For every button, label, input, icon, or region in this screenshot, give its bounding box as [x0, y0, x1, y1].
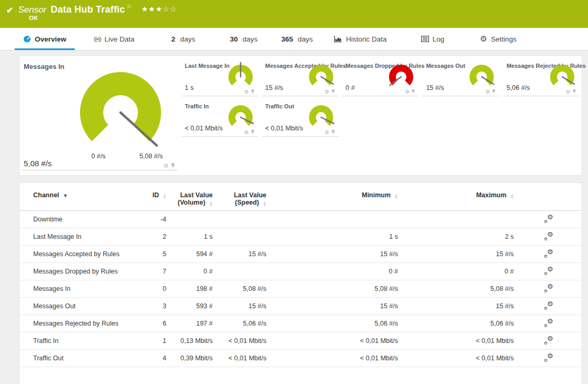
tab-days[interactable]: 30 days: [230, 28, 258, 50]
gauge-title: Messages Out: [426, 63, 465, 69]
gauge-settings-gear-icon[interactable]: ⚙: [485, 89, 490, 94]
small-gauges-grid: Last Message In 1 s ⚙ Messages Accepted …: [180, 56, 582, 175]
cell-id: 1: [147, 332, 166, 350]
gauge-settings-gear-icon[interactable]: ⚙: [244, 130, 249, 135]
column-header-last-value[interactable]: Last Value(Volume) ▲▼: [166, 183, 213, 211]
live-data-icon: ((•)): [94, 36, 101, 42]
channel-settings-gears-icon[interactable]: ⚙⚙: [544, 249, 553, 258]
tab-label: days: [180, 35, 195, 43]
table-row-messages-accepted-by-rules[interactable]: Messages Accepted by Rules 5 594 # 15 #/…: [19, 246, 582, 263]
gauge-icon: [23, 35, 31, 43]
gauge-pin-icon[interactable]: [492, 89, 496, 94]
gauge-pin-icon[interactable]: [411, 89, 415, 94]
table-row-messages-in[interactable]: Messages In 0 198 # 5,08 #/s 5,08 #/s 5,…: [19, 280, 582, 298]
tab-historic-data[interactable]: Historic Data: [334, 28, 386, 50]
sort-arrows-icon[interactable]: ▲▼: [395, 194, 398, 199]
gauge-pin-icon[interactable]: [171, 163, 175, 169]
channel-table: Channel ▼ID ▲▼Last Value(Volume) ▲▼Last …: [19, 183, 582, 367]
cell-last-value-volume: 0,13 Mbit/s: [166, 332, 213, 350]
table-row-messages-out[interactable]: Messages Out 3 593 # 15 #/s 15 #/s 15 #/…: [19, 298, 582, 315]
sort-arrows-icon[interactable]: ▲▼: [511, 194, 514, 199]
gauge-settings-gear-icon[interactable]: ⚙: [566, 89, 571, 94]
gauge-pin-icon[interactable]: [572, 89, 576, 94]
gauge-value: 15 #/s: [265, 84, 283, 92]
table-row-traffic-in[interactable]: Traffic In 1 0,13 Mbit/s < 0,01 Mbit/s <…: [19, 332, 582, 350]
tab-label: Overview: [35, 35, 66, 43]
channel-settings-gears-icon[interactable]: ⚙⚙: [544, 353, 553, 362]
status-ok-check-icon: ✔: [6, 5, 13, 15]
tab-log[interactable]: Log: [421, 28, 445, 50]
channel-settings-gears-icon[interactable]: ⚙⚙: [544, 301, 553, 310]
tab-live-data[interactable]: ((•)) Live Data: [94, 28, 135, 50]
column-header-id[interactable]: ID ▲▼: [147, 183, 166, 211]
sort-caret-icon[interactable]: ▼: [63, 193, 68, 198]
cell-channel: Last Message In: [19, 228, 147, 246]
gauge-pin-icon[interactable]: [251, 89, 255, 94]
cell-last-value-volume: [166, 211, 213, 228]
tab-days[interactable]: 365 days: [281, 28, 313, 50]
primary-gauge-scale-min: 0 #/s: [84, 153, 113, 160]
channel-settings-gears-icon[interactable]: ⚙⚙: [544, 284, 553, 292]
table-row-messages-rejected-by-rules[interactable]: Messages Rejected by Rules 6 197 # 5,06 …: [19, 315, 582, 332]
cell-id: 7: [147, 263, 166, 280]
column-header-last-value[interactable]: Last Value(Speed) ▲▼: [213, 183, 266, 211]
column-header-maximum[interactable]: Maximum ▲▼: [398, 183, 514, 211]
cell-minimum: 0 #: [266, 263, 398, 280]
cell-maximum: [398, 211, 514, 228]
table-row-downtime[interactable]: Downtime -4 ⚙⚙: [19, 211, 582, 228]
gauge-pin-icon[interactable]: [331, 89, 335, 94]
cell-channel: Messages Dropped by Rules: [19, 263, 147, 280]
cell-minimum: 5,08 #/s: [266, 280, 398, 298]
gauge-settings-gear-icon[interactable]: ⚙: [405, 89, 410, 94]
cell-last-value-volume: 0 #: [166, 263, 213, 280]
gauge-pin-icon[interactable]: [331, 129, 335, 135]
sort-arrows-icon[interactable]: ▲▼: [263, 201, 266, 206]
table-row-messages-dropped-by-rules[interactable]: Messages Dropped by Rules 7 0 # 0 # 0 # …: [19, 263, 582, 280]
cell-maximum: 15 #/s: [398, 298, 514, 315]
cell-minimum: 1 s: [266, 228, 398, 246]
gauge-settings-gear-icon[interactable]: ⚙: [325, 130, 330, 135]
channel-settings-gears-icon[interactable]: ⚙⚙: [544, 215, 553, 223]
column-header-channel[interactable]: Channel ▼: [19, 183, 147, 211]
cell-last-value-volume: 593 #: [166, 298, 213, 315]
tab-overview[interactable]: Overview: [15, 28, 75, 50]
cell-id: 2: [147, 228, 166, 246]
page-title: Data Hub Traffic: [51, 4, 125, 15]
priority-stars[interactable]: ★★★☆☆: [141, 5, 177, 13]
cell-minimum: 5,06 #/s: [266, 315, 398, 332]
tab-settings[interactable]: ⚙ Settings: [480, 28, 516, 50]
cell-last-value-volume: 594 #: [166, 246, 213, 263]
primary-gauge-cell: Messages In 0 #/s 5,08 #/s 5,08 #/s ⚙: [19, 56, 180, 175]
gauges-panel: Messages In 0 #/s 5,08 #/s 5,08 #/s ⚙ La…: [19, 55, 582, 176]
cell-id: -4: [147, 211, 166, 228]
channel-settings-gears-icon[interactable]: ⚙⚙: [544, 267, 553, 275]
gauge-settings-gear-icon[interactable]: ⚙: [163, 163, 168, 168]
cell-last-value-speed: [213, 263, 266, 280]
channel-settings-gears-icon[interactable]: ⚙⚙: [544, 336, 553, 345]
gauge-value: 5,06 #/s: [506, 84, 530, 92]
table-row-traffic-out[interactable]: Traffic Out 4 0,39 Mbit/s < 0,01 Mbit/s …: [19, 350, 582, 367]
gauge-settings-gear-icon[interactable]: ⚙: [325, 89, 330, 94]
table-row-last-message-in[interactable]: Last Message In 2 1 s 1 s 2 s ⚙⚙: [19, 228, 582, 246]
cell-channel: Traffic Out: [19, 350, 147, 367]
column-header-minimum[interactable]: Minimum ▲▼: [266, 183, 398, 211]
tab-days[interactable]: 2 days: [172, 28, 195, 50]
sensor-page: ✔ Sensor Data Hub Traffic ⚐ ★★★☆☆ OK Ove…: [0, 0, 588, 384]
gauge-value: 1 s: [185, 84, 194, 92]
tab-label: Log: [433, 35, 445, 43]
flag-icon[interactable]: ⚐: [127, 4, 132, 11]
column-header-actions: [514, 183, 582, 211]
gauge-value: 15 #/s: [426, 84, 444, 92]
sort-arrows-icon[interactable]: ▲▼: [210, 201, 213, 206]
gear-icon: ⚙: [480, 34, 487, 44]
gauge-value: < 0,01 Mbit/s: [265, 125, 303, 132]
cell-channel: Messages Accepted by Rules: [19, 246, 147, 263]
channel-settings-gears-icon[interactable]: ⚙⚙: [544, 319, 553, 327]
cell-maximum: < 0,01 Mbit/s: [398, 350, 514, 367]
gauge-value: < 0,01 Mbit/s: [185, 125, 223, 132]
cell-maximum: 0 #: [398, 263, 514, 280]
sort-arrows-icon[interactable]: ▲▼: [163, 194, 166, 199]
gauge-pin-icon[interactable]: [251, 129, 255, 135]
channel-settings-gears-icon[interactable]: ⚙⚙: [544, 232, 553, 240]
gauge-settings-gear-icon[interactable]: ⚙: [244, 89, 249, 94]
